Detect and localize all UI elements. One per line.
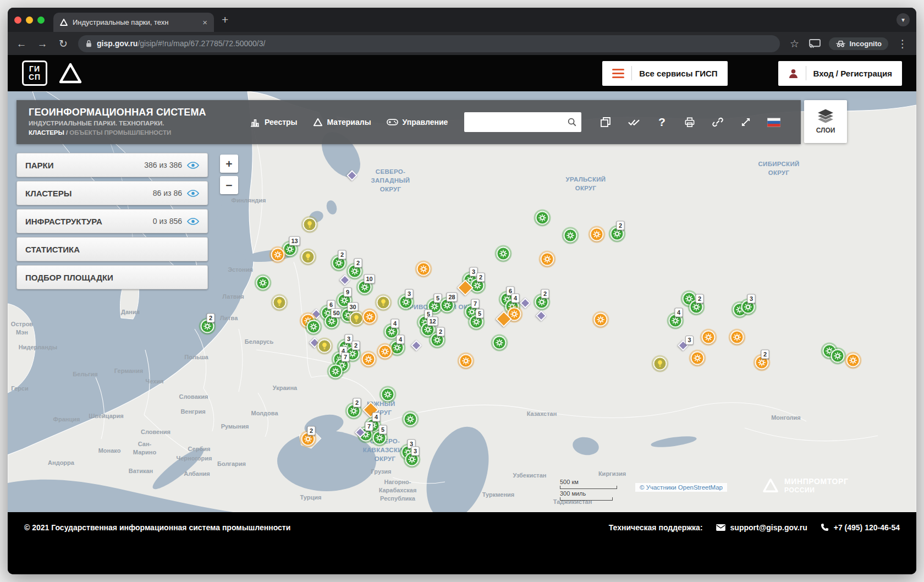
marker-purple-diamond[interactable]	[341, 276, 349, 284]
marker-orange-gear[interactable]: 2	[755, 356, 769, 370]
subtitle-active[interactable]: КЛАСТЕРЫ	[29, 129, 64, 136]
visibility-eye-icon[interactable]	[187, 218, 199, 225]
menu-item-materials[interactable]: Материалы	[313, 118, 371, 127]
panel-item-infrastructure[interactable]: ИНФРАСТРУКТУРА 0 из 856	[16, 209, 208, 233]
marker-green-gear[interactable]	[831, 349, 845, 363]
marker-purple-diamond[interactable]	[356, 429, 364, 436]
marker-orange-gear[interactable]	[846, 354, 860, 367]
forward-button[interactable]: →	[36, 39, 48, 49]
print-icon[interactable]	[683, 116, 696, 129]
marker-green-gear[interactable]: 2	[347, 404, 361, 418]
marker-purple-diamond[interactable]: 3	[679, 342, 687, 349]
marker-orange-gear[interactable]	[363, 310, 377, 324]
marker-purple-diamond[interactable]	[537, 312, 545, 320]
marker-green-gear[interactable]	[329, 365, 343, 378]
marker-purple-diamond[interactable]	[521, 299, 529, 307]
marker-green-gear[interactable]	[493, 336, 507, 350]
share-link-icon[interactable]	[711, 116, 724, 129]
marker-orange-gear[interactable]	[730, 331, 744, 344]
osm-attribution[interactable]: © Участники OpenStreetMap	[635, 483, 727, 492]
tab-overflow-chevron-icon[interactable]: ▾	[897, 13, 910, 26]
marker-green-gear[interactable]: 5	[470, 315, 483, 329]
panel-item-site-selection[interactable]: ПОДБОР ПЛОЩАДКИ	[16, 265, 208, 289]
panel-item-clusters[interactable]: КЛАСТЕРЫ 86 из 86	[16, 181, 208, 205]
marker-green-gear[interactable]: 2	[201, 320, 215, 333]
marker-orange-diamond[interactable]	[460, 282, 471, 294]
new-tab-button[interactable]: +	[222, 13, 228, 26]
support-email-link[interactable]: support@gisp.gov.ru	[716, 523, 807, 532]
marker-lightbulb[interactable]	[301, 250, 315, 264]
reload-button[interactable]: ↻	[57, 39, 69, 49]
marker-green-gear[interactable]: 2	[535, 295, 549, 309]
close-window-button[interactable]	[14, 17, 21, 24]
back-button[interactable]: ←	[15, 39, 28, 49]
marker-green-gear[interactable]: 3	[741, 300, 755, 314]
marker-orange-gear[interactable]	[594, 313, 608, 327]
marker-green-gear[interactable]: 2	[610, 227, 624, 241]
map[interactable]: СЕВЕРО- ЗАПАДНЫЙ ОКРУГУРАЛЬСКИЙ ОКРУГСИБ…	[8, 91, 916, 512]
marker-green-gear[interactable]	[497, 247, 510, 261]
marker-lightbulb[interactable]	[303, 218, 317, 232]
menu-item-management[interactable]: Управление	[387, 118, 448, 127]
marker-orange-gear[interactable]: 2	[301, 432, 315, 446]
marker-orange-gear[interactable]	[378, 345, 392, 359]
marker-lightbulb[interactable]	[318, 339, 332, 353]
marker-green-gear[interactable]	[404, 413, 417, 426]
cast-icon[interactable]	[809, 39, 821, 48]
marker-orange-gear[interactable]	[362, 353, 376, 366]
minimize-window-button[interactable]	[26, 17, 33, 24]
support-phone-link[interactable]: +7 (495) 120-46-54	[821, 523, 900, 532]
all-services-button[interactable]: Все сервисы ГИСП	[602, 61, 727, 86]
menu-item-registries[interactable]: Реестры	[250, 118, 298, 127]
double-check-icon[interactable]	[627, 116, 640, 129]
marker-green-gear[interactable]	[381, 388, 395, 402]
marker-green-gear[interactable]: 4	[669, 314, 683, 328]
marker-orange-gear[interactable]	[590, 228, 604, 241]
marker-lightbulb[interactable]	[273, 296, 287, 310]
marker-orange-gear[interactable]	[541, 252, 554, 266]
marker-orange-gear[interactable]	[417, 262, 431, 276]
marker-green-gear[interactable]: 2	[332, 256, 346, 270]
search-icon[interactable]	[567, 117, 577, 127]
bookmark-star-icon[interactable]: ☆	[789, 39, 801, 49]
marker-green-gear[interactable]: 3	[399, 295, 413, 309]
marker-green-gear[interactable]: 4	[391, 341, 404, 355]
browser-menu-icon[interactable]: ⋮	[897, 39, 909, 49]
marker-green-gear[interactable]: 50	[325, 315, 339, 328]
marker-green-gear[interactable]: 10	[358, 281, 372, 294]
marker-lightbulb[interactable]	[377, 296, 391, 310]
browser-tab[interactable]: Индустриальные парки, техн ×	[53, 13, 214, 32]
help-icon[interactable]: ?	[655, 116, 668, 129]
marker-green-gear[interactable]	[564, 229, 578, 243]
marker-green-gear[interactable]: 28	[441, 299, 454, 312]
marker-green-gear[interactable]: 13	[283, 243, 297, 256]
zoom-in-button[interactable]: +	[220, 155, 238, 173]
marker-lightbulb[interactable]	[653, 357, 667, 371]
marker-orange-gear[interactable]	[702, 331, 716, 344]
marker-green-gear[interactable]: 5	[373, 431, 387, 445]
fullscreen-icon[interactable]	[739, 116, 752, 129]
maximize-window-button[interactable]	[37, 17, 45, 24]
zoom-out-button[interactable]: −	[220, 176, 238, 194]
marker-green-gear[interactable]: 3	[405, 453, 419, 466]
russian-flag-language-icon[interactable]	[767, 116, 780, 129]
subtitle-muted[interactable]: ОБЪЕКТЫ ПРОМЫШЛЕННОСТИ	[69, 129, 171, 136]
marker-lightbulb[interactable]	[350, 312, 364, 326]
marker-orange-diamond[interactable]	[498, 314, 510, 325]
tab-close-icon[interactable]: ×	[202, 18, 207, 27]
visibility-eye-icon[interactable]	[187, 162, 199, 169]
marker-green-gear[interactable]	[256, 276, 270, 290]
marker-orange-gear[interactable]	[271, 248, 285, 262]
gisp-logo[interactable]: ГИ СП	[22, 61, 47, 86]
compare-layers-icon[interactable]	[599, 116, 612, 129]
marker-purple-diamond[interactable]	[413, 342, 420, 349]
visibility-eye-icon[interactable]	[187, 190, 199, 197]
marker-orange-gear[interactable]	[459, 354, 473, 368]
marker-green-gear[interactable]: 2	[431, 333, 444, 347]
panel-item-statistics[interactable]: СТАТИСТИКА	[16, 237, 208, 261]
marker-green-gear[interactable]	[536, 211, 549, 225]
panel-item-parks[interactable]: ПАРКИ 386 из 386	[16, 153, 208, 177]
marker-purple-diamond[interactable]	[348, 172, 356, 179]
marker-green-gear[interactable]: 2	[348, 265, 362, 278]
url-field[interactable]: gisp.gov.ru/gisip/#!ru/map/67.27785/72.5…	[78, 35, 780, 52]
